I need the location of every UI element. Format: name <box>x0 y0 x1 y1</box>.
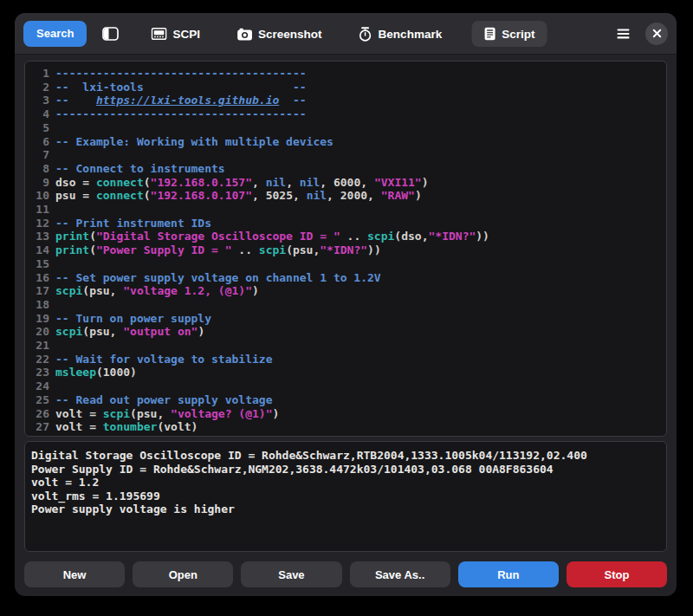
tab-script[interactable]: Script <box>471 21 547 47</box>
search-button[interactable]: Search <box>23 21 87 47</box>
tab-benchmark[interactable]: Benchmark <box>352 21 450 48</box>
line-number: 16 <box>25 271 49 285</box>
stop-button[interactable]: Stop <box>567 561 667 587</box>
code-line: 16-- Set power supply voltage on channel… <box>25 271 666 285</box>
save-button[interactable]: Save <box>241 561 341 587</box>
output-console[interactable]: Digital Storage Oscilloscope ID = Rohde&… <box>24 441 667 552</box>
code-line: 18 <box>25 298 666 312</box>
tab-benchmark-label: Benchmark <box>379 28 443 41</box>
open-button[interactable]: Open <box>133 561 233 587</box>
code-line: 5 <box>25 121 666 135</box>
code-text: scpi(psu, "output on") <box>49 325 204 339</box>
instrument-icon <box>152 28 167 40</box>
code-text: scpi(psu, "voltage 1.2, (@1)") <box>49 284 259 298</box>
code-line: 3-- https://lxi-tools.github.io -- <box>25 94 666 107</box>
console-line: volt_rms = 1.195699 <box>31 490 660 503</box>
line-number: 6 <box>25 135 49 149</box>
line-number: 7 <box>25 148 49 162</box>
line-number: 17 <box>25 284 49 298</box>
tab-script-label: Script <box>502 28 534 41</box>
close-icon <box>652 29 662 38</box>
code-line: 22-- Wait for voltage to stabilize <box>25 353 666 366</box>
code-text: -- Wait for voltage to stabilize <box>49 353 272 366</box>
menu-button[interactable] <box>613 25 633 42</box>
code-line: 6-- Example: Working with multiple devic… <box>25 135 666 149</box>
tab-screenshot-label: Screenshot <box>258 28 322 41</box>
app-window: Search <box>15 13 677 596</box>
save-as-button[interactable]: Save As.. <box>350 561 450 587</box>
tab-screenshot[interactable]: Screenshot <box>230 22 329 47</box>
code-line: 13print("Digital Storage Oscilloscope ID… <box>25 230 666 243</box>
code-text: dso = connect("192.168.0.157", nil, nil,… <box>49 176 429 190</box>
line-number: 26 <box>25 407 49 421</box>
run-button[interactable]: Run <box>458 561 559 587</box>
console-line: Digital Storage Oscilloscope ID = Rohde&… <box>31 449 660 463</box>
code-line: 10psu = connect("192.168.0.107", 5025, n… <box>25 189 666 203</box>
line-number: 8 <box>25 162 49 176</box>
code-text: volt = scpi(psu, "voltage? (@1)") <box>49 407 279 421</box>
code-text: psu = connect("192.168.0.107", 5025, nil… <box>49 189 422 203</box>
action-bar: NewOpenSaveSave As..RunStop <box>24 561 667 587</box>
code-text: -- Connect to instruments <box>49 162 225 176</box>
line-number: 15 <box>25 257 49 271</box>
script-icon <box>483 27 495 41</box>
hamburger-menu-icon <box>617 29 630 39</box>
window-close-button[interactable] <box>645 23 668 45</box>
script-editor[interactable]: 1-------------------------------------2-… <box>24 61 667 437</box>
line-number: 20 <box>25 325 49 339</box>
line-number: 22 <box>25 353 49 366</box>
view-switcher: SCPI Screenshot <box>145 13 547 55</box>
code-text: -- lxi-tools -- <box>49 81 307 94</box>
line-number: 2 <box>25 81 49 94</box>
line-number: 18 <box>25 298 49 312</box>
code-text <box>49 298 55 312</box>
code-text: -- https://lxi-tools.github.io -- <box>49 94 307 107</box>
headerbar: Search <box>15 13 677 55</box>
stopwatch-icon <box>359 27 372 42</box>
code-text: ------------------------------------- <box>49 107 307 121</box>
code-text <box>49 379 55 393</box>
code-line: 4------------------------------------- <box>25 107 666 121</box>
sidebar-toggle-button[interactable] <box>99 23 122 44</box>
code-text: volt = tonumber(volt) <box>49 420 198 434</box>
line-number: 25 <box>25 393 49 407</box>
code-line: 20scpi(psu, "output on") <box>25 325 666 339</box>
line-number: 21 <box>25 339 49 353</box>
tab-scpi-label: SCPI <box>173 28 201 41</box>
line-number: 24 <box>25 379 49 393</box>
code-text: -- Set power supply voltage on channel 1… <box>49 271 381 285</box>
code-text: ------------------------------------- <box>49 67 307 81</box>
line-number: 11 <box>25 203 49 217</box>
line-number: 19 <box>25 312 49 326</box>
headerbar-right <box>613 23 668 45</box>
code-line: 14print("Power Supply ID = " .. scpi(psu… <box>25 243 666 257</box>
code-line: 26volt = scpi(psu, "voltage? (@1)") <box>25 407 666 421</box>
line-number: 3 <box>25 94 49 107</box>
line-number: 23 <box>25 366 49 379</box>
code-text <box>49 257 55 271</box>
code-line: 17scpi(psu, "voltage 1.2, (@1)") <box>25 284 666 298</box>
code-text: -- Read out power supply voltage <box>49 393 272 407</box>
line-number: 12 <box>25 217 49 230</box>
code-line: 25-- Read out power supply voltage <box>25 393 666 407</box>
console-line: Power supply voltage is higher <box>31 503 660 516</box>
line-number: 27 <box>25 420 49 434</box>
camera-icon <box>236 28 252 41</box>
code-text: msleep(1000) <box>49 366 137 379</box>
code-line: 8-- Connect to instruments <box>25 162 666 176</box>
line-number: 1 <box>25 67 49 81</box>
console-line: Power Supply ID = Rohde&Schwarz,NGM202,3… <box>31 463 660 477</box>
code-text: -- Print instrument IDs <box>49 217 211 230</box>
console-line: volt = 1.2 <box>31 476 660 490</box>
code-text <box>49 121 55 135</box>
line-number: 4 <box>25 107 49 121</box>
new-button[interactable]: New <box>24 561 125 587</box>
code-line: 15 <box>25 257 666 271</box>
code-line: 24 <box>25 379 666 393</box>
code-line: 12-- Print instrument IDs <box>25 217 666 230</box>
code-line: 19-- Turn on power supply <box>25 312 666 326</box>
code-line: 27volt = tonumber(volt) <box>25 420 666 434</box>
code-text: -- Example: Working with multiple device… <box>49 135 334 149</box>
code-text <box>49 339 55 353</box>
tab-scpi[interactable]: SCPI <box>145 22 208 47</box>
